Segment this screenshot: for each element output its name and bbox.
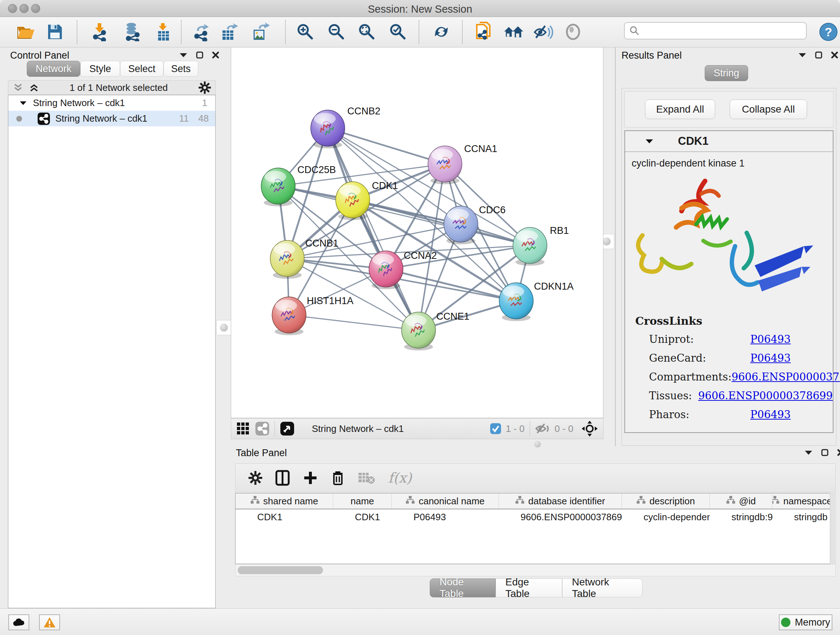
memory-button[interactable]: Memory: [779, 614, 832, 630]
protein-section-header[interactable]: CDK1: [625, 131, 833, 152]
tab-string-results[interactable]: String: [705, 65, 748, 81]
import-network-file-icon[interactable]: [90, 21, 110, 42]
network-collection-row[interactable]: String Network – cdk1 1: [8, 95, 215, 111]
section-expander-icon[interactable]: [645, 139, 653, 144]
expand-all-button[interactable]: Expand All: [645, 100, 715, 119]
open-session-icon[interactable]: [16, 21, 36, 42]
collapse-all-button[interactable]: Collapse All: [729, 100, 807, 119]
zoom-fit-icon[interactable]: [357, 21, 377, 42]
crosslink-link[interactable]: P06493: [750, 409, 791, 421]
table-cell[interactable]: stringdb:9...: [710, 509, 772, 524]
tab-node-table[interactable]: Node Table: [430, 578, 496, 597]
create-column-icon[interactable]: [303, 470, 318, 486]
panel-float-icon[interactable]: [196, 51, 203, 59]
zoom-selected-icon[interactable]: [388, 21, 408, 42]
network-home-icon[interactable]: [504, 21, 524, 42]
table-cell[interactable]: P06493: [392, 509, 499, 524]
table-cell[interactable]: CDK1: [235, 509, 333, 524]
network-view-toolbar: String Network – cdk1 1 - 0 0 - 0: [231, 418, 603, 439]
left-splitter-handle[interactable]: [216, 320, 232, 335]
panel-close-icon[interactable]: [212, 51, 219, 59]
collection-network-count: 1: [202, 97, 207, 109]
protein-section: CDK1 cyclin-dependent kinase 1 CrossLink…: [624, 130, 834, 433]
tab-edge-table[interactable]: Edge Table: [496, 578, 562, 597]
table-cell[interactable]: CDK1: [333, 509, 392, 524]
export-image-icon[interactable]: [251, 21, 271, 42]
panel-float-icon[interactable]: [821, 449, 829, 456]
panel-close-icon[interactable]: [831, 51, 838, 59]
network-overview-icon[interactable]: [255, 421, 270, 436]
node-label-CDKN1A: CDKN1A: [534, 281, 574, 292]
column-header-namespace[interactable]: namespace: [772, 494, 830, 509]
column-label: database identifier: [528, 496, 605, 507]
apply-layout-icon[interactable]: [431, 21, 452, 42]
column-header--id[interactable]: @id: [710, 494, 772, 509]
table-cell[interactable]: stringdb: [772, 509, 830, 524]
tab-style[interactable]: Style: [80, 61, 120, 77]
panel-float-icon[interactable]: [815, 51, 822, 59]
network-row[interactable]: String Network – cdk1 11 48: [8, 111, 215, 126]
fit-pan-crosshair-icon[interactable]: [581, 420, 598, 437]
tab-sets[interactable]: Sets: [164, 61, 198, 77]
export-table-icon[interactable]: [220, 21, 240, 42]
edge-CDC25B-CDC6[interactable]: [278, 186, 461, 224]
cloud-status-button[interactable]: [8, 614, 29, 630]
tab-select[interactable]: Select: [120, 61, 164, 77]
collapse-all-networks-icon[interactable]: [29, 83, 39, 92]
crosslink-link[interactable]: P06493: [750, 333, 791, 345]
crosslink-link[interactable]: 9606.ENSP00000378699: [698, 390, 833, 402]
table-gear-icon[interactable]: [248, 471, 262, 485]
table-vertical-scrollbar[interactable]: [830, 493, 836, 564]
panel-close-icon[interactable]: [837, 449, 840, 456]
network-options-gear-icon[interactable]: [199, 81, 211, 94]
table-cell[interactable]: 9606.ENSP00000378699: [499, 509, 622, 524]
string-protein-query-icon[interactable]: [474, 21, 494, 42]
tab-network[interactable]: Network: [27, 61, 80, 77]
search-field[interactable]: [624, 22, 807, 40]
table-cell[interactable]: cyclin-dependent ...: [622, 509, 710, 524]
import-network-database-icon[interactable]: [122, 21, 142, 42]
show-all-eye-icon[interactable]: [563, 21, 583, 42]
function-builder-icon: f(x): [388, 470, 412, 486]
import-table-file-icon[interactable]: [153, 21, 174, 42]
column-header-description[interactable]: description: [622, 494, 710, 509]
panel-collapse-icon[interactable]: [798, 52, 806, 57]
edge-CCNB2-CCNA1[interactable]: [328, 128, 445, 164]
hide-selected-eye-icon[interactable]: [533, 21, 554, 42]
column-header-canonical-name[interactable]: canonical name: [392, 494, 499, 509]
scrollbar-thumb[interactable]: [238, 566, 323, 574]
network-graph[interactable]: CCNB2CCNA1CDC25BCDK1CDC6RB1CCNB1CCNA2CDK…: [231, 47, 603, 418]
warning-status-button[interactable]: [39, 614, 60, 630]
help-icon[interactable]: ?: [818, 21, 838, 42]
table-horizontal-scrollbar[interactable]: [235, 564, 836, 576]
search-input[interactable]: [640, 25, 797, 37]
crosslink-label: Compartments:: [649, 371, 731, 383]
detach-view-icon[interactable]: [280, 421, 294, 436]
table-tabs: Node Table Edge Table Network Table: [430, 578, 643, 597]
column-header-name[interactable]: name: [333, 494, 392, 509]
export-network-icon[interactable]: [191, 21, 211, 42]
column-header-shared-name[interactable]: shared name: [235, 494, 333, 509]
grid-view-icon[interactable]: [236, 422, 250, 435]
panel-collapse-icon[interactable]: [805, 450, 813, 455]
column-header-database-identifier[interactable]: database identifier: [499, 494, 622, 509]
show-column-icon[interactable]: [275, 470, 290, 486]
crosslink-link[interactable]: P06493: [750, 352, 791, 364]
tab-network-table[interactable]: Network Table: [562, 578, 643, 597]
title-bar[interactable]: Session: New Session: [0, 0, 840, 17]
expand-all-networks-icon[interactable]: [13, 83, 23, 92]
selected-checkbox-icon[interactable]: [490, 423, 501, 434]
table-row[interactable]: CDK1CDK1P064939606.ENSP00000378699cyclin…: [235, 509, 835, 524]
zoom-in-icon[interactable]: [295, 21, 316, 42]
delete-column-icon[interactable]: [331, 470, 345, 486]
crosslink-link[interactable]: 9606.ENSP00000378699: [731, 371, 840, 383]
zoom-out-icon[interactable]: [326, 21, 347, 42]
network-column-icon: [515, 496, 524, 507]
edge-HIST1H1A-CCNE1[interactable]: [289, 315, 418, 330]
toolbar-separator: [418, 20, 419, 44]
network-node-count: 11: [179, 113, 189, 124]
delete-table-icon: [358, 471, 375, 485]
collection-expander-icon[interactable]: [20, 101, 27, 105]
panel-collapse-icon[interactable]: [180, 52, 187, 57]
save-session-icon[interactable]: [45, 21, 65, 42]
